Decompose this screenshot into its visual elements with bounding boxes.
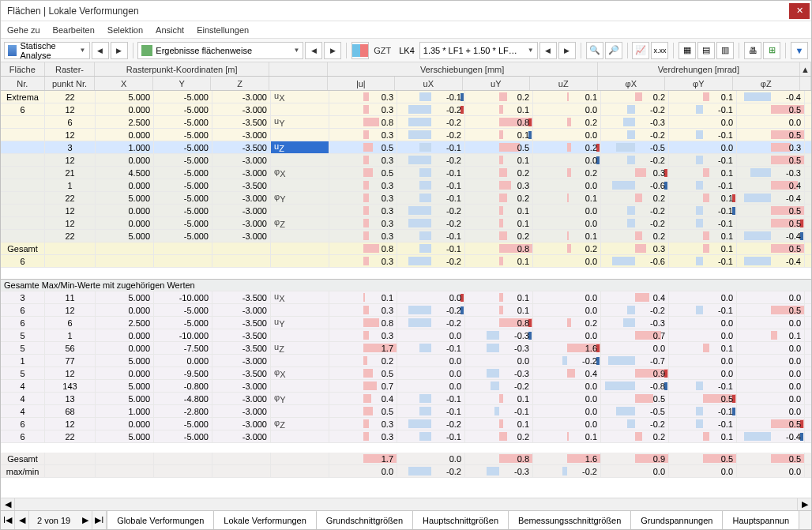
cell[interactable]: 0.5	[329, 141, 397, 153]
tool-export[interactable]: ⊞	[763, 42, 780, 59]
cell-flaeche[interactable]	[1, 192, 45, 204]
cell[interactable]: 0.5	[737, 418, 805, 430]
cell[interactable]: 0.0	[397, 367, 465, 379]
hdr-raster[interactable]: Raster-	[45, 62, 96, 76]
cell[interactable]: -0.1	[669, 205, 737, 216]
cell[interactable]: -0.8	[601, 380, 669, 392]
table-row[interactable]: 3 11 5.000 -10.000 -3.500 uX 0.1 0.0 0.1…	[1, 291, 811, 304]
table-row[interactable]: 3 1.000 -5.000 -3.500 uZ 0.5 -0.1 0.5 0.…	[1, 141, 811, 154]
cell[interactable]: 0.0	[737, 116, 805, 128]
footer-tab[interactable]: Lokale Verformungen	[214, 511, 317, 529]
cell[interactable]: -0.1	[397, 192, 465, 204]
table-row[interactable]: 6 12 0.000 -5.000 -3.000 0.3 -0.2 0.1 0.…	[1, 103, 811, 116]
cell[interactable]: 0.9	[601, 453, 669, 464]
cell[interactable]: -0.2	[397, 129, 465, 141]
cell[interactable]: 0.5	[669, 393, 737, 404]
cell[interactable]: 0.1	[737, 329, 805, 341]
analysis-prev[interactable]: ◀	[92, 42, 109, 59]
cell[interactable]: 0.0	[533, 418, 601, 430]
tool-find2[interactable]: 🔎	[605, 42, 622, 59]
cell[interactable]: 0.2	[601, 192, 669, 204]
table-row[interactable]: 1 0.000 -5.000 -3.500 0.3 -0.1 0.3 0.0 -…	[1, 179, 811, 192]
cell[interactable]: 0.0	[465, 355, 533, 366]
cell[interactable]: 0.0	[669, 291, 737, 303]
cell-flaeche[interactable]: 3	[1, 291, 45, 303]
cell[interactable]: 0.3	[329, 329, 397, 341]
cell[interactable]: 0.0	[533, 129, 601, 141]
cell[interactable]: 0.1	[465, 304, 533, 316]
cell[interactable]: 0.1	[329, 291, 397, 303]
cell[interactable]: -0.2	[397, 418, 465, 430]
cell[interactable]: -0.3	[465, 367, 533, 379]
cell-flaeche[interactable]: 5	[1, 342, 45, 354]
cell[interactable]: 0.5	[465, 141, 533, 153]
cell[interactable]: 0.1	[669, 342, 737, 354]
cell[interactable]: 0.0	[397, 355, 465, 366]
table-row[interactable]: 6 2.500 -5.000 -3.500 uY 0.8 -0.2 0.8 0.…	[1, 116, 811, 129]
cell[interactable]: 0.1	[533, 430, 601, 442]
cell[interactable]: 0.0	[737, 393, 805, 404]
cell[interactable]: 0.0	[669, 355, 737, 366]
cell[interactable]: 0.1	[465, 418, 533, 430]
table-row[interactable]: 12 0.000 -5.000 -3.000 0.3 -0.2 0.1 0.0 …	[1, 154, 811, 167]
cell[interactable]: 0.2	[601, 91, 669, 103]
menu-selektion[interactable]: Selektion	[107, 25, 143, 35]
cell[interactable]: 0.1	[465, 255, 533, 267]
cell[interactable]: 0.1	[669, 91, 737, 103]
footer-tab[interactable]: Globale Verformungen	[107, 511, 214, 529]
cell[interactable]: 0.5	[601, 393, 669, 404]
cell[interactable]: 0.5	[329, 167, 397, 179]
results-dropdown[interactable]: Ergebnisse flächenweise▼	[137, 42, 303, 59]
cell[interactable]: -0.2	[397, 116, 465, 128]
cell-flaeche[interactable]	[1, 230, 45, 242]
cell[interactable]: 0.3	[601, 167, 669, 179]
cell-flaeche[interactable]	[1, 179, 45, 191]
cell-flaeche[interactable]: 1	[1, 355, 45, 366]
cell[interactable]: -0.2	[533, 355, 601, 366]
cell[interactable]: 1.7	[329, 342, 397, 354]
cell[interactable]: 0.1	[669, 167, 737, 179]
cell[interactable]: 0.1	[533, 192, 601, 204]
cell[interactable]: -0.2	[397, 154, 465, 166]
nav-last[interactable]: ▶I	[92, 511, 107, 529]
cell[interactable]: 0.7	[601, 329, 669, 341]
tool-filter[interactable]: ▼	[791, 42, 808, 59]
table-row[interactable]: 21 4.500 -5.000 -3.000 φX 0.5 -0.1 0.2 0…	[1, 167, 811, 179]
cell[interactable]: 0.8	[329, 242, 397, 254]
cell-flaeche[interactable]: 4	[1, 380, 45, 392]
table-row[interactable]: 6 12 0.000 -5.000 -3.000 φZ 0.3 -0.2 0.1…	[1, 418, 811, 430]
cell[interactable]: 0.1	[669, 242, 737, 254]
cell[interactable]: 0.0	[737, 317, 805, 329]
cell[interactable]: -0.2	[601, 129, 669, 141]
cell-flaeche[interactable]	[1, 205, 45, 216]
cell[interactable]: 0.3	[329, 129, 397, 141]
cell[interactable]: 0.2	[329, 355, 397, 366]
table-row[interactable]: 5 12 0.000 -9.500 -3.500 φX 0.5 0.0 -0.3…	[1, 367, 811, 380]
cell[interactable]: 0.3	[329, 205, 397, 216]
cell[interactable]: -0.1	[669, 154, 737, 166]
tool-layout1[interactable]: ▦	[679, 42, 696, 59]
cell[interactable]: -0.5	[601, 141, 669, 153]
cell[interactable]: 0.0	[601, 342, 669, 354]
cell[interactable]: -0.2	[533, 465, 601, 477]
cell[interactable]: 0.1	[669, 430, 737, 442]
cell[interactable]: 0.1	[465, 217, 533, 229]
cell[interactable]: 1.6	[533, 342, 601, 354]
cell[interactable]: 0.0	[533, 304, 601, 316]
cell[interactable]: -0.1	[397, 167, 465, 179]
cell[interactable]: 0.4	[533, 367, 601, 379]
cell[interactable]: -0.2	[397, 205, 465, 216]
cell[interactable]: 0.0	[669, 317, 737, 329]
cell[interactable]: -0.2	[397, 304, 465, 316]
cell[interactable]: -0.3	[601, 116, 669, 128]
cell[interactable]: 0.0	[533, 255, 601, 267]
cell[interactable]: 0.4	[601, 291, 669, 303]
cell[interactable]: -0.1	[397, 230, 465, 242]
cell-flaeche[interactable]	[1, 217, 45, 229]
cell[interactable]: 0.5	[329, 405, 397, 417]
results-prev[interactable]: ◀	[305, 42, 322, 59]
tool-layout2[interactable]: ▤	[697, 42, 715, 59]
table-row[interactable]: 6 22 5.000 -5.000 -3.000 0.3 -0.1 0.2 0.…	[1, 430, 811, 443]
cell[interactable]: 0.8	[465, 453, 533, 464]
cell[interactable]: -0.1	[397, 242, 465, 254]
